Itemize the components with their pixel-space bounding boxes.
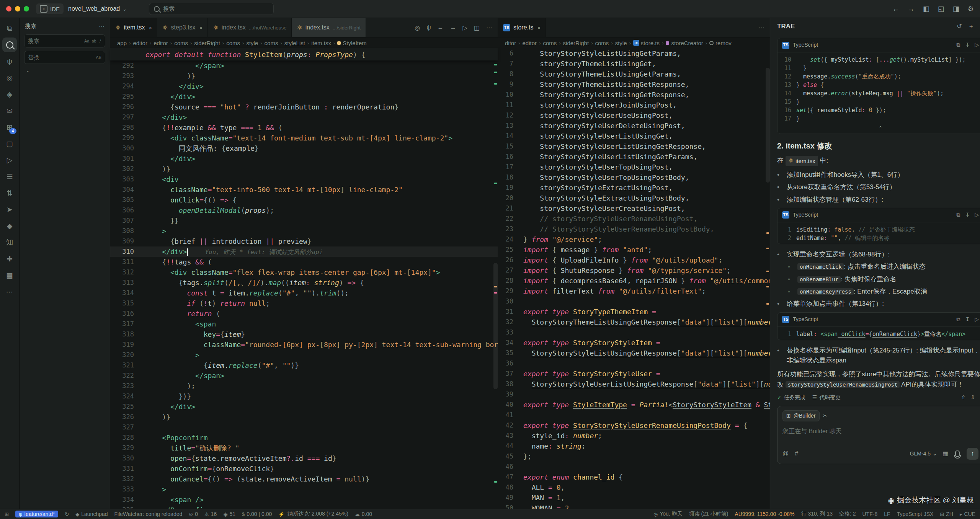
- code-line-24[interactable]: 24} from "@/service";: [498, 234, 770, 245]
- apply-code-icon[interactable]: ▷: [975, 315, 979, 324]
- code-line-313[interactable]: 313 {tags.split(/[,、/]/).map((item: stri…: [110, 277, 498, 288]
- code-line-307[interactable]: 307 }}: [110, 215, 498, 226]
- project-switcher[interactable]: novel_web_abroad ⌄: [68, 5, 127, 12]
- collapse-code-icon[interactable]: ⌃: [777, 124, 980, 134]
- tab-store.ts[interactable]: TSstore.ts×: [498, 18, 546, 37]
- code-line-26[interactable]: 26import { UploadFileInfo } from "@/util…: [498, 255, 770, 265]
- code-line-22[interactable]: 22 // storyStoryStyleUserRenameUsingPost…: [498, 214, 770, 224]
- tab-item.tsx[interactable]: ⚛item.tsx×: [110, 18, 157, 37]
- code-line-39[interactable]: 39: [498, 389, 770, 400]
- global-search-input[interactable]: 搜索: [149, 3, 274, 15]
- code-line-15[interactable]: 15 StoryStoryStyleUserListUsingGetRespon…: [498, 141, 770, 152]
- more-actions-icon[interactable]: ⋯: [758, 24, 764, 31]
- settings-gear-icon[interactable]: ⚙: [968, 5, 974, 13]
- code-line-332[interactable]: 332 onCancel={() => (state.removeActiveI…: [110, 474, 498, 484]
- code-line-17[interactable]: 17 storyStoryStyleUserTopUsingPost,: [498, 162, 770, 172]
- breadcrumb-item-remov[interactable]: remov: [709, 40, 732, 46]
- scrollbar[interactable]: [493, 263, 498, 389]
- code-line-318[interactable]: 318 key={item}: [110, 329, 498, 339]
- code-line-326[interactable]: 326 )}: [110, 412, 498, 422]
- hash-icon[interactable]: #: [795, 449, 798, 459]
- new-chat-icon[interactable]: ＋: [968, 23, 974, 31]
- status-gold-ticker[interactable]: AU9999: 1152.00 -0.08%: [735, 511, 794, 517]
- sticky-scroll-line[interactable]: export default function StyleItem(props:…: [110, 48, 498, 60]
- breadcrumb-item-app[interactable]: app: [117, 40, 127, 46]
- breadcrumb-item-style[interactable]: style: [615, 40, 627, 46]
- close-window-icon[interactable]: [6, 6, 11, 11]
- code-line-321[interactable]: 321 {item.replace("#", "")}: [110, 360, 498, 370]
- code-line-21[interactable]: 21 storyStoryStyleUserCreateUsingPost,: [498, 203, 770, 214]
- toggle-bottom-panel-icon[interactable]: ◱: [938, 5, 944, 13]
- code-line-7[interactable]: 7 storyStoryThemeListUsingGet,: [498, 59, 770, 69]
- code-line-306[interactable]: 306 openDetailModal(props);: [110, 205, 498, 215]
- maximize-window-icon[interactable]: [24, 6, 29, 11]
- code-line-46[interactable]: 46: [498, 462, 770, 472]
- breadcrumb-item-editor[interactable]: editor: [133, 40, 147, 46]
- code-changes-link[interactable]: ☰ 代码变更: [812, 393, 841, 402]
- breadcrumb-item-coms[interactable]: coms: [595, 40, 609, 46]
- code-line-35[interactable]: 35 StoryStoryStyleListUsingGetResponse["…: [498, 348, 770, 358]
- breadcrumb-item-coms[interactable]: coms: [174, 40, 188, 46]
- search-option-.*[interactable]: .*: [99, 39, 101, 43]
- code-line-300[interactable]: 300 同文风作品: {example}: [110, 143, 498, 153]
- code-line-329[interactable]: 329 title="确认删除? ": [110, 443, 498, 453]
- code-line-42[interactable]: 42export type StoryStoryStyleUserRenameU…: [498, 420, 770, 431]
- more-views-icon[interactable]: ⋯: [2, 284, 17, 299]
- toggle-right-panel-icon[interactable]: ◨: [953, 5, 959, 13]
- split-editor-icon[interactable]: ◫: [474, 24, 480, 31]
- scissors-icon[interactable]: ✂: [823, 412, 828, 420]
- breadcrumb-item-style[interactable]: style: [246, 40, 258, 46]
- preview-icon[interactable]: ◎: [2, 70, 17, 85]
- breadcrumb-item-storeCreator[interactable]: storeCreator: [666, 40, 703, 46]
- code-line-13[interactable]: 13 storyStoryStyleUserDeleteUsingPost,: [498, 121, 770, 131]
- code-line-11[interactable]: 11 storyStoryStyleUserJoinUsingPost,: [498, 100, 770, 110]
- code-line-33[interactable]: 33: [498, 327, 770, 338]
- code-line-27[interactable]: 27import { ShutuResponse } from "@/typin…: [498, 265, 770, 276]
- more-actions-icon[interactable]: ⋯: [486, 24, 492, 31]
- code-line-327[interactable]: 327: [110, 422, 498, 432]
- minimize-window-icon[interactable]: [15, 6, 20, 11]
- tab-index.tsx[interactable]: ⚛index.tsx.../siderRight: [292, 18, 366, 37]
- code-line-16[interactable]: 16 StoryStoryStyleUserListUsingGetParams…: [498, 152, 770, 162]
- security-icon[interactable]: ◈: [2, 87, 17, 101]
- model-selector[interactable]: GLM-4.5 ⌄: [910, 450, 937, 458]
- code-line-298[interactable]: 298 {!!example && type === 1 && (: [110, 122, 498, 133]
- gem-icon[interactable]: ◆: [2, 219, 17, 233]
- nav-forward-icon[interactable]: →: [450, 24, 456, 31]
- code-line-40[interactable]: 40export type StyleItemType = Partial<St…: [498, 400, 770, 410]
- status-ime[interactable]: ⊞ZH: [940, 511, 953, 517]
- breadcrumb-item-editor[interactable]: editor: [523, 40, 537, 46]
- code-editor-item-tsx[interactable]: 292 </span>293 )}294 </div>295 </div>296…: [110, 60, 498, 509]
- mention-icon[interactable]: @: [782, 449, 789, 459]
- code-line-297[interactable]: 297 </div>: [110, 112, 498, 122]
- code-line-305[interactable]: 305 onClick={() => {: [110, 195, 498, 205]
- builder-context-chip[interactable]: ⊞ @Builder: [782, 410, 820, 422]
- code-line-296[interactable]: 296 {source === "hot" ? renderJoinButton…: [110, 102, 498, 112]
- replace-input[interactable]: 替换 AB: [24, 51, 105, 64]
- code-line-37[interactable]: 37export type StoryStoryStyleUser =: [498, 369, 770, 379]
- mic-icon[interactable]: [955, 450, 960, 457]
- remote-icon[interactable]: ⇅: [2, 186, 17, 200]
- explorer-icon[interactable]: ⧉: [2, 21, 17, 36]
- vote-up-icon[interactable]: ⇧: [961, 393, 966, 402]
- breadcrumb-item-editor[interactable]: editor: [154, 40, 168, 46]
- history-icon[interactable]: ↺: [957, 23, 962, 31]
- breadcrumb-item-styleList[interactable]: styleList: [284, 40, 305, 46]
- code-line-45[interactable]: 45};: [498, 451, 770, 462]
- code-line-36[interactable]: 36: [498, 358, 770, 369]
- copy-code-icon[interactable]: ⧉: [956, 315, 960, 324]
- apply-code-icon[interactable]: ▷: [975, 211, 979, 219]
- code-line-25[interactable]: 25import { message } from "antd";: [498, 245, 770, 255]
- more-actions-icon[interactable]: ⋯: [99, 23, 105, 30]
- expand-results-icon[interactable]: ⌄: [26, 67, 105, 73]
- status-language-mode[interactable]: TypeScript JSX: [897, 511, 934, 517]
- code-line-12[interactable]: 12 storyStoryStyleUserUseUsingPost,: [498, 110, 770, 121]
- status-cursor-position[interactable]: 行 310, 列 13: [801, 511, 833, 517]
- search-option-ab[interactable]: ab: [91, 39, 96, 43]
- fork-icon[interactable]: ψ: [426, 24, 431, 31]
- chat-icon[interactable]: ✉: [2, 103, 17, 118]
- nav-forward-icon[interactable]: →: [908, 5, 915, 13]
- code-line-47[interactable]: 47export enum channel_id {: [498, 472, 770, 482]
- search-option-Aa[interactable]: Aa: [84, 39, 89, 43]
- zhi-plugin-icon[interactable]: 知: [2, 235, 17, 250]
